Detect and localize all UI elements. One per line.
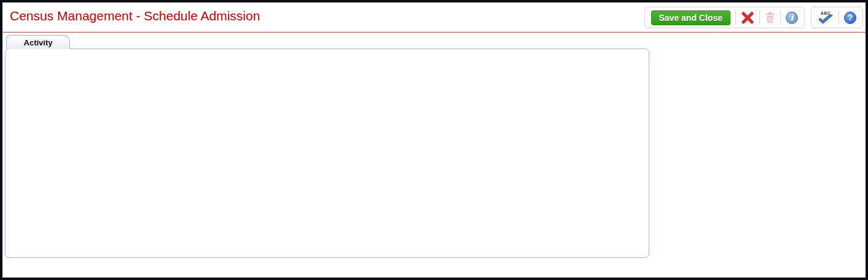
activity-panel — [5, 49, 649, 258]
close-icon[interactable] — [741, 12, 754, 24]
page-background: Census Management - Schedule Admission S… — [2, 2, 866, 278]
delete-icon — [765, 12, 775, 23]
header-divider — [2, 32, 866, 33]
help-glyph: ? — [848, 13, 853, 22]
tab-activity[interactable]: Activity — [6, 35, 70, 49]
info-glyph: i — [791, 13, 794, 22]
toolbar-divider — [735, 11, 736, 25]
toolbar-divider — [839, 11, 839, 25]
save-and-close-button[interactable]: Save and Close — [651, 10, 731, 25]
help-icon[interactable]: ? — [844, 12, 856, 24]
toolbar-main-group: Save and Close i — [644, 7, 805, 28]
info-icon[interactable]: i — [786, 12, 798, 24]
page-title: Census Management - Schedule Admission — [10, 9, 260, 23]
toolbar-divider — [759, 11, 760, 25]
toolbar-help-group: ABC ? — [811, 7, 863, 28]
app-window: Census Management - Schedule Admission S… — [0, 0, 868, 280]
toolbar-divider — [780, 11, 781, 25]
spellcheck-icon[interactable]: ABC — [818, 11, 834, 25]
